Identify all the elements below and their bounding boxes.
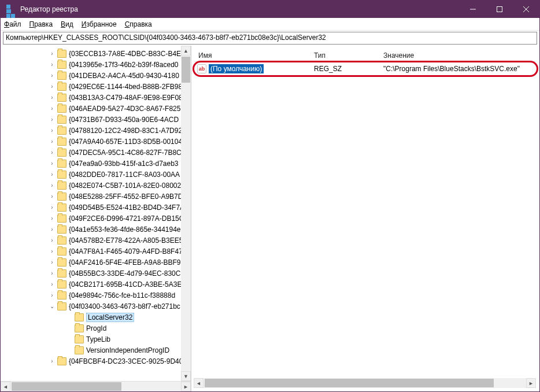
column-value[interactable]: Значение [379, 51, 536, 60]
chevron-right-icon[interactable]: › [48, 291, 56, 299]
chevron-right-icon[interactable]: › [48, 149, 56, 157]
minimize-button[interactable] [460, 1, 486, 18]
tree-item[interactable]: TypeLib [1, 334, 191, 345]
tree-item[interactable]: ⌄{04f03400-3463-4673-b8f7-eb271bc [1, 301, 191, 312]
scroll-track[interactable] [204, 378, 526, 388]
chevron-right-icon[interactable]: › [48, 193, 56, 201]
tree-item[interactable]: VersionIndependentProgID [1, 345, 191, 356]
folder-icon [57, 105, 66, 113]
chevron-right-icon[interactable]: › [48, 72, 56, 80]
folder-icon [57, 160, 66, 168]
tree-item[interactable]: ›{0413965e-17f3-46b2-b39f-f8aced0 [1, 59, 191, 70]
tree-item-label: {0482DDE0-7817-11CF-8A03-00AA [69, 171, 180, 179]
chevron-right-icon[interactable]: › [48, 269, 56, 278]
tree-body[interactable]: ›{03ECCB13-7A8E-4DBC-B83C-B4E9›{0413965e… [1, 46, 191, 381]
tree-item[interactable]: ProgId [1, 323, 191, 334]
column-name[interactable]: Имя [194, 51, 309, 60]
tree-item[interactable]: ›{049F2CE6-D996-4721-897A-DB15C [1, 213, 191, 224]
close-button[interactable] [513, 1, 539, 18]
folder-icon [57, 215, 66, 223]
tree-item[interactable]: ›{0482DDE0-7817-11CF-8A03-00AA [1, 169, 191, 180]
tree-horizontal-scrollbar[interactable]: ◄ ► [1, 382, 191, 391]
tree-item[interactable]: ›{0482E074-C5B7-101A-82E0-08002 [1, 180, 191, 191]
chevron-right-icon[interactable]: › [48, 215, 56, 223]
folder-icon [57, 193, 66, 201]
chevron-right-icon[interactable]: › [48, 258, 56, 267]
tree-item[interactable]: ›{046AEAD9-5A27-4D3C-8A67-F825 [1, 103, 191, 114]
address-bar[interactable]: Компьютер\HKEY_CLASSES_ROOT\CLSID\{04f03… [3, 32, 537, 45]
value-row[interactable]: ab (По умолчанию) REG_SZ "C:\Program Fil… [194, 63, 536, 75]
chevron-right-icon[interactable]: › [48, 182, 56, 190]
chevron-right-icon[interactable]: › [48, 236, 56, 245]
tree-item[interactable]: ›{049D54B5-E524-41B2-BD4D-34F7A [1, 202, 191, 213]
chevron-right-icon[interactable]: › [48, 50, 56, 58]
values-header[interactable]: Имя Тип Значение [194, 49, 536, 62]
folder-icon [57, 138, 66, 146]
scroll-track[interactable] [10, 382, 181, 391]
tree-item[interactable]: ›{04731B67-D933-450a-90E6-4ACD [1, 114, 191, 125]
tree-item[interactable]: LocalServer32 [1, 312, 191, 323]
values-horizontal-scrollbar[interactable]: ◄ ► [194, 378, 536, 388]
menu-file[interactable]: Файл [4, 20, 21, 28]
tree-item[interactable]: ›{04A578B2-E778-422A-A805-B3EE5 [1, 235, 191, 246]
tree-item-label: {04B55BC3-33DE-4d79-94EC-830C [69, 269, 180, 278]
tree-item[interactable]: ›{047DEC5A-95C1-4C86-827F-7B8C [1, 147, 191, 158]
menu-view[interactable]: Вид [61, 20, 73, 28]
folder-icon [57, 94, 66, 102]
menu-favorites[interactable]: Избранное [82, 20, 117, 28]
tree-item[interactable]: ›{04FBCBF4-DC23-3CEC-9025-9D40 [1, 356, 191, 367]
titlebar[interactable]: Редактор реестра [1, 1, 539, 18]
scroll-right-button[interactable]: ► [526, 378, 536, 388]
chevron-right-icon[interactable]: › [48, 127, 56, 135]
chevron-right-icon[interactable]: › [48, 105, 56, 113]
tree-item[interactable]: ›{047A9A40-657E-11D3-8D5B-00104 [1, 136, 191, 147]
chevron-right-icon[interactable]: › [48, 204, 56, 212]
scroll-up-button[interactable]: ▲ [181, 46, 191, 56]
scroll-thumb[interactable] [12, 382, 121, 391]
scroll-track[interactable] [181, 56, 191, 371]
tree-item[interactable]: ›{04788120-12C2-498D-83C1-A7D92 [1, 125, 191, 136]
tree-item[interactable]: ›{04e9894c-756c-fce-b11c-f38888d [1, 290, 191, 301]
chevron-right-icon[interactable]: › [48, 83, 56, 91]
toggle-placeholder [65, 335, 73, 343]
tree-item[interactable]: ›{041DEBA2-A4CA-45d0-9430-4180 [1, 70, 191, 81]
chevron-right-icon[interactable]: › [48, 138, 56, 146]
tree-item[interactable]: ›{04B55BC3-33DE-4d79-94EC-830C [1, 268, 191, 279]
menu-edit[interactable]: Правка [29, 20, 53, 28]
scroll-right-button[interactable]: ► [181, 382, 191, 391]
tree-item[interactable]: ›{047ea9a0-93bb-415f-a1c3-d7aeb3 [1, 158, 191, 169]
chevron-right-icon[interactable]: › [48, 247, 56, 256]
chevron-right-icon[interactable]: › [48, 61, 56, 69]
chevron-right-icon[interactable]: › [48, 94, 56, 102]
svg-rect-1 [497, 7, 502, 12]
tree-item[interactable]: ›{043B13A3-C479-48AF-9E98-E9F08 [1, 92, 191, 103]
scroll-thumb[interactable] [182, 57, 190, 83]
scroll-thumb[interactable] [205, 379, 494, 387]
scroll-left-button[interactable]: ◄ [194, 378, 204, 388]
chevron-right-icon[interactable]: › [48, 225, 56, 234]
scroll-down-button[interactable]: ▼ [181, 371, 191, 381]
tree-item[interactable]: ›{04A7F8A1-F465-4079-A4FD-B8F47 [1, 246, 191, 257]
chevron-right-icon[interactable]: › [48, 171, 56, 179]
chevron-down-icon[interactable]: ⌄ [48, 302, 56, 310]
maximize-button[interactable] [486, 1, 513, 18]
tree-item[interactable]: ›{0429EC6E-1144-4bed-B88B-2FB98 [1, 81, 191, 92]
tree-item-label: {04AF2416-5F4E-4FEB-A9A8-BBF9 [69, 258, 180, 267]
column-type[interactable]: Тип [309, 51, 379, 60]
tree-item[interactable]: ›{048E5288-25FF-4552-BFE0-A9B7D [1, 191, 191, 202]
tree-item[interactable]: ›{04a1e553-fe36-4fde-865e-344194e [1, 224, 191, 235]
values-body[interactable]: ab (По умолчанию) REG_SZ "C:\Program Fil… [194, 62, 536, 388]
chevron-right-icon[interactable]: › [48, 357, 56, 365]
chevron-right-icon[interactable]: › [48, 280, 56, 289]
tree-item[interactable]: ›{04CB2171-695B-41CD-A3BE-5A3E8 [1, 279, 191, 290]
chevron-right-icon[interactable]: › [48, 160, 56, 168]
menu-help[interactable]: Справка [125, 20, 152, 28]
chevron-right-icon[interactable]: › [48, 116, 56, 124]
scroll-left-button[interactable]: ◄ [1, 382, 10, 391]
tree-item-label: {04FBCBF4-DC23-3CEC-9025-9D40 [69, 357, 183, 365]
tree-item[interactable]: ›{03ECCB13-7A8E-4DBC-B83C-B4E9 [1, 48, 191, 59]
tree-vertical-scrollbar[interactable]: ▲ ▼ [181, 46, 191, 381]
value-name-cell[interactable]: ab (По умолчанию) [194, 64, 309, 73]
folder-icon [57, 149, 66, 157]
tree-item[interactable]: ›{04AF2416-5F4E-4FEB-A9A8-BBF9 [1, 257, 191, 268]
